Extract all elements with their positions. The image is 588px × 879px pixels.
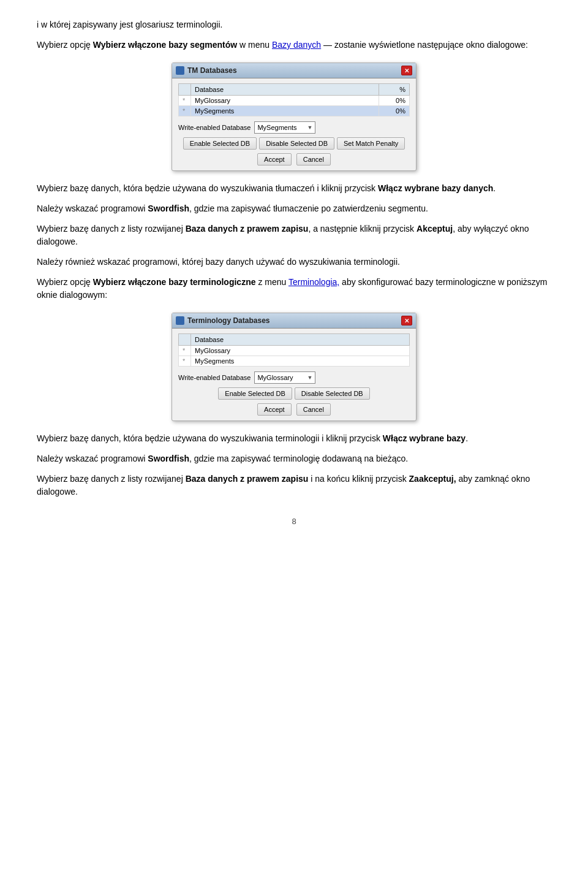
tm-write-dropdown[interactable]: MySegments ▼ bbox=[254, 121, 315, 134]
para6-prefix: Wybierz opcję bbox=[37, 277, 93, 287]
term-row2-name: MySegments bbox=[191, 356, 410, 367]
tm-dialog-title-left: TM Databases bbox=[176, 66, 237, 75]
term-row1-name: MyGlossary bbox=[191, 346, 410, 356]
terminologia-link[interactable]: Terminologia, bbox=[288, 277, 339, 287]
paragraph7: Wybierz bazę danych, która będzie używan… bbox=[37, 432, 551, 445]
tm-row2-star: * bbox=[179, 106, 191, 116]
table-row[interactable]: * MyGlossary bbox=[179, 346, 410, 356]
tm-databases-dialog-container: TM Databases ✕ Database % * MyGlossary bbox=[37, 63, 551, 171]
tm-dialog-titlebar: TM Databases ✕ bbox=[172, 63, 416, 78]
paragraph9: Wybierz bazę danych z listy rozwijanej B… bbox=[37, 473, 551, 498]
para2-bold: Włącz wybrane bazy danych bbox=[378, 183, 493, 193]
term-cancel-button[interactable]: Cancel bbox=[296, 403, 331, 416]
term-write-enabled-row: Write-enabled Database MyGlossary ▼ bbox=[178, 371, 410, 384]
para6-middle: z menu bbox=[256, 277, 288, 287]
para9-bold2: Zaakceptuj, bbox=[409, 474, 456, 484]
chevron-down-icon: ▼ bbox=[307, 375, 313, 381]
tm-databases-dialog: TM Databases ✕ Database % * MyGlossary bbox=[172, 63, 417, 171]
tm-col-pct: % bbox=[379, 84, 410, 96]
paragraph6: Wybierz opcję Wybierz włączone bazy term… bbox=[37, 276, 551, 302]
tm-databases-table: Database % * MyGlossary 0% * MySegments … bbox=[178, 83, 410, 116]
term-table-header-row: Database bbox=[179, 334, 410, 346]
term-accept-cancel-row: Accept Cancel bbox=[178, 403, 410, 416]
tm-write-value: MySegments bbox=[257, 124, 296, 131]
para3-prefix: Należy wskazać programowi bbox=[37, 204, 148, 213]
tm-dialog-title: TM Databases bbox=[187, 66, 237, 75]
para8-suffix: , gdzie ma zapisywać terminologię dodawa… bbox=[189, 454, 408, 463]
para2-suffix: . bbox=[493, 183, 496, 193]
para7-prefix: Wybierz bazę danych, która będzie używan… bbox=[37, 433, 383, 443]
bazy-danych-link[interactable]: Bazy danych bbox=[272, 40, 321, 50]
para9-bold: Baza danych z prawem zapisu bbox=[186, 474, 309, 484]
chevron-down-icon: ▼ bbox=[307, 124, 313, 131]
tm-accept-button[interactable]: Accept bbox=[257, 153, 292, 166]
term-dialog-title-left: Terminology Databases bbox=[176, 316, 270, 325]
disable-selected-db-button[interactable]: Disable Selected DB bbox=[259, 137, 334, 150]
term-write-dropdown[interactable]: MyGlossary ▼ bbox=[254, 371, 315, 384]
para4-bold: Baza danych z prawem zapisu bbox=[186, 224, 309, 234]
paragraph3: Należy wskazać programowi Swordfish, gdz… bbox=[37, 202, 551, 215]
term-disable-selected-db-button[interactable]: Disable Selected DB bbox=[295, 387, 370, 400]
tm-write-label: Write-enabled Database bbox=[178, 124, 251, 131]
paragraph1: Wybierz opcję Wybierz włączone bazy segm… bbox=[37, 39, 551, 51]
para1-prefix: Wybierz opcję bbox=[37, 40, 93, 50]
tm-action-buttons: Enable Selected DB Disable Selected DB S… bbox=[178, 137, 410, 150]
term-databases-table: Database * MyGlossary * MySegments bbox=[178, 333, 410, 367]
tm-dialog-icon bbox=[176, 66, 184, 75]
tm-dialog-close-button[interactable]: ✕ bbox=[401, 66, 412, 75]
para1-bold1: Wybierz włączone bazy segmentów bbox=[93, 40, 237, 50]
tm-dialog-body: Database % * MyGlossary 0% * MySegments … bbox=[172, 78, 416, 170]
term-enable-selected-db-button[interactable]: Enable Selected DB bbox=[218, 387, 292, 400]
set-match-penalty-button[interactable]: Set Match Penalty bbox=[337, 137, 405, 150]
intro-text: i w której zapisywany jest glosariusz te… bbox=[37, 18, 551, 31]
para8-prefix: Należy wskazać programowi bbox=[37, 454, 148, 463]
term-action-buttons: Enable Selected DB Disable Selected DB bbox=[178, 387, 410, 400]
para9-suffix: i na końcu kliknij przycisk bbox=[308, 474, 409, 484]
para3-suffix: , gdzie ma zapisywać tłumaczenie po zatw… bbox=[189, 204, 428, 213]
tm-row1-pct: 0% bbox=[379, 96, 410, 106]
term-dialog-body: Database * MyGlossary * MySegments Write… bbox=[172, 329, 416, 420]
para3-bold: Swordfish bbox=[148, 204, 189, 213]
term-col-star bbox=[179, 334, 191, 346]
term-dialog-icon bbox=[176, 316, 184, 325]
table-row[interactable]: * MyGlossary 0% bbox=[179, 96, 410, 106]
tm-cancel-button[interactable]: Cancel bbox=[296, 153, 331, 166]
tm-accept-cancel-row: Accept Cancel bbox=[178, 153, 410, 166]
tm-row2-name: MySegments bbox=[191, 106, 379, 116]
page-number: 8 bbox=[37, 517, 551, 526]
tm-row2-pct: 0% bbox=[379, 106, 410, 116]
paragraph5: Należy również wskazać programowi, które… bbox=[37, 256, 551, 268]
paragraph2: Wybierz bazę danych, która będzie używan… bbox=[37, 182, 551, 195]
para4-suffix: , a następnie kliknij przycisk bbox=[308, 224, 417, 234]
tm-row1-name: MyGlossary bbox=[191, 96, 379, 106]
term-row2-star: * bbox=[179, 356, 191, 367]
tm-row1-star: * bbox=[179, 96, 191, 106]
term-col-database: Database bbox=[191, 334, 410, 346]
para1-suffix: — zostanie wyświetlone następujące okno … bbox=[321, 40, 528, 50]
terminology-databases-dialog: Terminology Databases ✕ Database * MyGlo… bbox=[172, 313, 417, 421]
tm-col-star bbox=[179, 84, 191, 96]
term-accept-button[interactable]: Accept bbox=[257, 403, 292, 416]
term-dialog-close-button[interactable]: ✕ bbox=[401, 316, 412, 325]
para7-suffix: . bbox=[466, 433, 468, 443]
para1-middle: w menu bbox=[237, 40, 272, 50]
term-write-value: MyGlossary bbox=[257, 374, 293, 381]
paragraph4: Wybierz bazę danych z listy rozwijanej B… bbox=[37, 223, 551, 248]
term-dialog-title: Terminology Databases bbox=[187, 316, 270, 325]
para4-prefix: Wybierz bazę danych z listy rozwijanej bbox=[37, 224, 186, 234]
para4-bold2: Akceptuj bbox=[417, 224, 453, 234]
tm-col-database: Database bbox=[191, 84, 379, 96]
term-row1-star: * bbox=[179, 346, 191, 356]
tm-write-enabled-row: Write-enabled Database MySegments ▼ bbox=[178, 121, 410, 134]
para8-bold: Swordfish bbox=[148, 454, 189, 463]
table-row[interactable]: * MySegments bbox=[179, 356, 410, 367]
para9-prefix: Wybierz bazę danych z listy rozwijanej bbox=[37, 474, 186, 484]
para2-prefix: Wybierz bazę danych, która będzie używan… bbox=[37, 183, 378, 193]
table-row[interactable]: * MySegments 0% bbox=[179, 106, 410, 116]
enable-selected-db-button[interactable]: Enable Selected DB bbox=[183, 137, 257, 150]
paragraph8: Należy wskazać programowi Swordfish, gdz… bbox=[37, 452, 551, 465]
para6-bold: Wybierz włączone bazy terminologiczne bbox=[93, 277, 256, 287]
tm-table-header-row: Database % bbox=[179, 84, 410, 96]
term-write-label: Write-enabled Database bbox=[178, 374, 251, 381]
para7-bold: Włącz wybrane bazy bbox=[383, 433, 466, 443]
